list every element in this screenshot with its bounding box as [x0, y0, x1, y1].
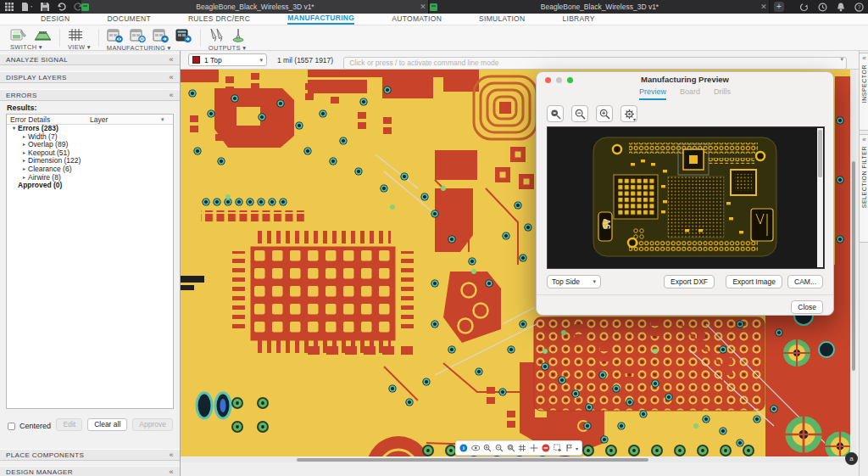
- tab-close-icon[interactable]: ✕: [759, 3, 769, 11]
- panel-display-layers[interactable]: DISPLAY LAYERS «: [0, 71, 180, 83]
- approve-button[interactable]: Approve: [132, 418, 173, 431]
- tab-board[interactable]: Board: [680, 87, 700, 100]
- crosshair-icon[interactable]: [530, 443, 538, 453]
- command-line-input[interactable]: [343, 57, 847, 70]
- preview-scroll-thumb[interactable]: [818, 130, 822, 177]
- visibility-eye-icon[interactable]: [471, 443, 481, 453]
- document-tab-active[interactable]: BeagleBone_Black_Wireless_3D v1* ✕: [81, 0, 429, 14]
- floating-view-toolbar: i ▾: [455, 440, 582, 456]
- menu-library[interactable]: LIBRARY: [562, 14, 594, 24]
- col-layer[interactable]: Layer: [90, 115, 161, 124]
- outputs-dropdown-label[interactable]: OUTPUTS ▾: [209, 44, 246, 52]
- outputs-probes-icon[interactable]: [209, 28, 225, 42]
- zoom-in-icon: [599, 109, 610, 120]
- export-image-button[interactable]: Export Image: [726, 275, 782, 288]
- file-menu-icon[interactable]: [21, 3, 33, 11]
- board-preview-viewport[interactable]: 5V: [547, 126, 825, 269]
- ribbon-group-outputs: OUTPUTS ▾: [202, 25, 253, 50]
- column-menu-caret-icon[interactable]: ▾: [161, 116, 173, 123]
- layer-select[interactable]: 1 Top ▾: [188, 53, 267, 66]
- hscroll-thumb[interactable]: [297, 458, 648, 462]
- clear-all-button[interactable]: Clear all: [87, 418, 127, 431]
- mfg-export-arrow-icon[interactable]: [153, 28, 170, 43]
- undo-icon[interactable]: [57, 3, 66, 11]
- preview-zoom-tools: ▾: [537, 100, 833, 126]
- new-tab-button[interactable]: +: [774, 2, 784, 12]
- save-icon[interactable]: [41, 3, 49, 11]
- outputs-drill-icon[interactable]: [231, 28, 245, 42]
- mfg-preview-eye-icon[interactable]: [107, 28, 124, 43]
- preview-settings-button[interactable]: ▾: [620, 105, 637, 122]
- tab-close-icon[interactable]: ✕: [418, 3, 428, 11]
- document-tab-inactive[interactable]: BeagleBone_Black_Wireless_3D v1* ✕: [430, 0, 770, 14]
- zoom-out-button[interactable]: [571, 105, 588, 122]
- zoom-in-button[interactable]: [596, 105, 613, 122]
- centered-checkbox[interactable]: [8, 423, 15, 430]
- flag-marker-icon[interactable]: [565, 443, 574, 453]
- close-button[interactable]: Close: [791, 300, 823, 314]
- panel-label: ANALYZE SIGNAL: [6, 56, 68, 64]
- zoom-fit-icon[interactable]: [507, 443, 515, 453]
- mfg-cam-export-icon[interactable]: [175, 28, 192, 43]
- panel-errors[interactable]: ERRORS «: [0, 89, 180, 101]
- dialog-header[interactable]: Manufacturing Preview: [537, 72, 833, 87]
- window-close-traffic-icon[interactable]: [545, 77, 551, 83]
- command-history-caret-icon[interactable]: ▾: [840, 56, 843, 63]
- cam-button[interactable]: CAM...: [787, 275, 823, 288]
- manufacturing-dropdown-label[interactable]: MANUFACTURING ▾: [107, 44, 192, 52]
- menu-manufacturing[interactable]: MANUFACTURING: [287, 14, 354, 25]
- zoom-out-icon[interactable]: [495, 443, 504, 453]
- left-sidebar: ANALYZE SIGNAL « DISPLAY LAYERS « ERRORS…: [0, 51, 181, 476]
- export-dxf-button[interactable]: Export DXF: [664, 275, 715, 288]
- grid-toggle-icon[interactable]: [518, 443, 526, 453]
- notification-bell-icon[interactable]: [837, 3, 845, 12]
- help-icon[interactable]: ?: [854, 3, 864, 12]
- view-dropdown-label[interactable]: VIEW ▾: [68, 43, 91, 51]
- collapse-icon: «: [862, 137, 865, 143]
- switch-dropdown-label[interactable]: SWITCH ▾: [10, 43, 52, 51]
- selection-filter-tab[interactable]: « SELECTION FILTER: [859, 134, 868, 243]
- vertical-scrollbar[interactable]: [851, 70, 856, 456]
- menu-design[interactable]: DESIGN: [41, 14, 70, 24]
- stop-remove-icon[interactable]: [542, 443, 550, 453]
- menu-automation[interactable]: AUTOMATION: [392, 14, 442, 24]
- edit-button[interactable]: Edit: [56, 418, 82, 431]
- collapse-icon[interactable]: «: [170, 92, 174, 98]
- panel-analyze-signal[interactable]: ANALYZE SIGNAL «: [0, 53, 180, 65]
- collapse-icon[interactable]: «: [170, 451, 174, 458]
- flag-dropdown-caret-icon[interactable]: ▾: [576, 445, 578, 451]
- collapse-icon[interactable]: «: [170, 74, 174, 81]
- mfg-settings-gear-icon[interactable]: [130, 28, 147, 43]
- col-error-details[interactable]: Error Details: [7, 115, 90, 124]
- inspector-tab[interactable]: « INSPECTOR: [859, 53, 868, 131]
- tab-drills[interactable]: Drills: [714, 87, 731, 100]
- switch-board-icon[interactable]: [10, 28, 27, 42]
- tab-preview[interactable]: Preview: [639, 87, 666, 100]
- vscroll-thumb[interactable]: [852, 161, 855, 371]
- assistant-button[interactable]: a: [845, 452, 858, 465]
- menu-document[interactable]: DOCUMENT: [107, 14, 151, 24]
- menu-rules-drc-erc[interactable]: RULES DRC/ERC: [188, 14, 250, 24]
- titlebar: BeagleBone_Black_Wireless_3D v1* ✕ Beagl…: [0, 0, 868, 14]
- app-grid-icon[interactable]: [5, 3, 14, 11]
- collapse-icon[interactable]: «: [170, 468, 174, 475]
- zoom-in-icon[interactable]: [483, 443, 492, 453]
- selection-box-icon[interactable]: [554, 443, 563, 453]
- centered-label: Centered: [19, 422, 51, 430]
- panel-design-manager[interactable]: DESIGN MANAGER «: [0, 466, 180, 476]
- collapse-icon[interactable]: «: [170, 56, 174, 63]
- preview-scrollbar[interactable]: [817, 128, 823, 267]
- tree-row-approved[interactable]: Approved (0): [7, 182, 173, 190]
- switch-component-icon[interactable]: [33, 28, 52, 42]
- panel-place-components[interactable]: PLACE COMPONENTS «: [0, 449, 180, 461]
- zoom-fit-button[interactable]: [547, 105, 564, 122]
- menu-simulation[interactable]: SIMULATION: [479, 14, 525, 24]
- clock-icon[interactable]: [818, 3, 827, 12]
- side-select[interactable]: Top Side ▾: [547, 275, 601, 288]
- sync-icon[interactable]: [799, 3, 809, 12]
- info-icon[interactable]: i: [459, 443, 468, 453]
- view-grid-icon[interactable]: [68, 28, 83, 42]
- window-zoom-traffic-icon[interactable]: [567, 77, 573, 83]
- horizontal-scrollbar[interactable]: [181, 457, 850, 462]
- window-minimize-traffic-icon[interactable]: [556, 77, 562, 83]
